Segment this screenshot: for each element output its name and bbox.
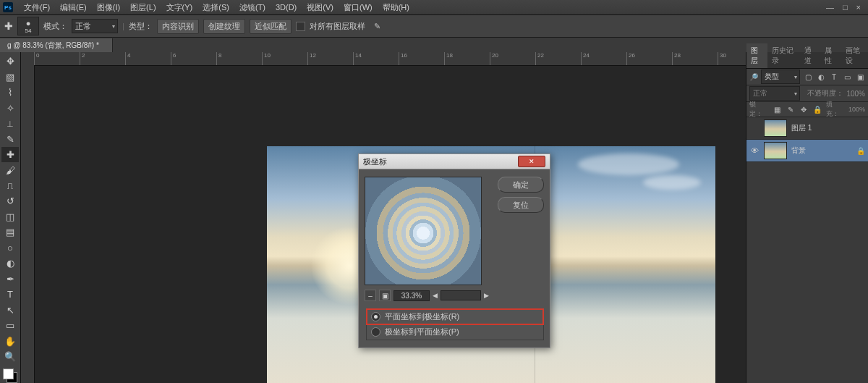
filter-kind-dropdown[interactable]: 类型 (761, 70, 800, 84)
hand-tool[interactable]: ✋ (1, 333, 19, 348)
dodge-tool[interactable]: ◐ (1, 256, 19, 271)
layer-row[interactable]: 👁 背景 🔒 (746, 140, 868, 162)
zoom-out-button[interactable]: – (365, 290, 376, 301)
eraser-tool[interactable]: ◫ (1, 209, 19, 224)
menu-view[interactable]: 视图(V) (302, 2, 339, 13)
lasso-tool[interactable]: ⌇ (1, 85, 19, 100)
maximize-icon[interactable]: □ (843, 3, 848, 12)
color-swatch[interactable] (3, 369, 17, 383)
radio-rect-to-polar[interactable]: 平面坐标到极坐标(R) (367, 309, 543, 324)
canvas-area: 0 2 4 6 8 10 12 14 16 18 20 22 24 26 28 … (21, 52, 746, 383)
radio-icon (371, 327, 380, 337)
ruler-vertical[interactable] (21, 65, 35, 383)
brush-tool[interactable]: 🖌 (1, 162, 19, 177)
minimize-icon[interactable]: — (826, 3, 834, 12)
menu-type[interactable]: 文字(Y) (161, 2, 198, 13)
type-content-aware[interactable]: 内容识别 (157, 19, 199, 34)
menu-window[interactable]: 窗口(W) (339, 2, 378, 13)
zoom-fit-button[interactable]: ▣ (379, 290, 391, 301)
sample-all-label: 对所有图层取样 (310, 21, 365, 32)
lock-pixels-icon[interactable]: ▦ (772, 104, 782, 114)
polar-coordinates-dialog: 极坐标 ✕ – ▣ 33.3% ◀ ▶ (358, 153, 550, 348)
mode-dropdown[interactable]: 正常 (72, 19, 118, 33)
opacity-value[interactable]: 100% (846, 90, 865, 98)
brush-preset[interactable]: ● 54 (17, 17, 39, 35)
panel-tab-channels[interactable]: 通道 (800, 43, 821, 68)
history-brush-tool[interactable]: ↺ (1, 193, 19, 209)
pressure-icon[interactable]: ✎ (374, 22, 380, 31)
filter-image-icon[interactable]: ▢ (803, 72, 813, 82)
zoom-prev-icon[interactable]: ◀ (433, 292, 438, 299)
layer-thumbnail[interactable] (764, 119, 787, 137)
dialog-close-button[interactable]: ✕ (518, 156, 545, 167)
filter-type-icon[interactable]: T (829, 72, 839, 82)
dialog-preview[interactable] (365, 177, 482, 285)
lock-row: 锁定： ▦ ✎ ✥ 🔒 填充： 100% (746, 102, 868, 117)
bandage-icon[interactable]: ✚ (4, 20, 13, 32)
mode-label: 模式： (43, 21, 67, 32)
crop-tool[interactable]: ⟂ (1, 116, 19, 131)
filter-adjust-icon[interactable]: ◐ (816, 72, 826, 82)
gradient-tool[interactable]: ▤ (1, 224, 19, 240)
close-window-icon[interactable]: × (856, 3, 861, 12)
panel-tabs: 图层 历史记录 通道 属性 画笔设 (746, 52, 868, 69)
layer-row[interactable]: 图层 1 (746, 117, 868, 140)
type-create-texture[interactable]: 创建纹理 (203, 19, 245, 34)
menu-bar: Ps 文件(F) 编辑(E) 图像(I) 图层(L) 文字(Y) 选择(S) 滤… (0, 0, 868, 15)
menu-filter[interactable]: 滤镜(T) (234, 2, 271, 13)
sample-all-checkbox[interactable] (296, 22, 305, 31)
fill-value[interactable]: 100% (848, 106, 865, 113)
filter-shape-icon[interactable]: ▭ (842, 72, 852, 82)
pen-tool[interactable]: ✒ (1, 272, 19, 287)
lock-position-icon[interactable]: ✥ (799, 104, 809, 114)
layer-thumbnail[interactable] (764, 142, 787, 159)
dialog-reset-button[interactable]: 复位 (498, 197, 544, 213)
shape-tool[interactable]: ▭ (1, 318, 19, 333)
panel-tab-layers[interactable]: 图层 (746, 43, 767, 68)
tool-panel: ✥ ▧ ⌇ ✧ ⟂ ✎ ✚ 🖌 ⎍ ↺ ◫ ▤ ○ ◐ ✒ T ↖ ▭ ✋ 🔍 (0, 52, 21, 383)
opacity-label: 不透明度： (807, 88, 843, 98)
zoom-tool[interactable]: 🔍 (1, 349, 19, 364)
menu-help[interactable]: 帮助(H) (378, 2, 414, 13)
foreground-color[interactable] (3, 369, 14, 379)
layer-name[interactable]: 图层 1 (791, 123, 812, 133)
panel-tab-history[interactable]: 历史记录 (767, 43, 800, 68)
lock-brush-icon[interactable]: ✎ (786, 104, 796, 114)
marquee-tool[interactable]: ▧ (1, 69, 19, 84)
dialog-title: 极坐标 (363, 156, 387, 167)
lock-label: 锁定： (749, 100, 768, 119)
menu-layer[interactable]: 图层(L) (125, 2, 161, 13)
radio-polar-to-rect[interactable]: 极坐标到平面坐标(P) (367, 324, 543, 340)
search-icon[interactable]: 🔎 (749, 73, 758, 81)
move-tool[interactable]: ✥ (1, 54, 19, 69)
menu-3d[interactable]: 3D(D) (271, 3, 302, 12)
layer-filter-row: 🔎 类型 ▢ ◐ T ▭ ▣ (746, 69, 868, 85)
blend-mode-dropdown[interactable]: 正常 (749, 86, 800, 101)
zoom-slider[interactable] (441, 290, 481, 300)
stamp-tool[interactable]: ⎍ (1, 178, 19, 193)
blur-tool[interactable]: ○ (1, 240, 19, 256)
type-proximity[interactable]: 近似匹配 (250, 19, 292, 34)
lock-icon: 🔒 (856, 147, 865, 155)
type-tool[interactable]: T (1, 287, 19, 302)
menu-file[interactable]: 文件(F) (19, 2, 55, 13)
wand-tool[interactable]: ✧ (1, 100, 19, 115)
menu-select[interactable]: 选择(S) (197, 2, 234, 13)
dialog-ok-button[interactable]: 确定 (498, 177, 544, 193)
menu-edit[interactable]: 编辑(E) (55, 2, 92, 13)
filter-smart-icon[interactable]: ▣ (855, 72, 865, 82)
layer-name[interactable]: 背景 (791, 146, 806, 156)
dialog-titlebar[interactable]: 极坐标 ✕ (359, 154, 550, 169)
lock-all-icon[interactable]: 🔒 (812, 104, 822, 114)
visibility-toggle[interactable]: 👁 (749, 146, 760, 155)
panel-tab-properties[interactable]: 属性 (820, 43, 841, 68)
ruler-horizontal[interactable]: 0 2 4 6 8 10 12 14 16 18 20 22 24 26 28 … (34, 52, 746, 66)
eyedropper-tool[interactable]: ✎ (1, 131, 19, 146)
zoom-next-icon[interactable]: ▶ (484, 292, 489, 299)
healing-tool[interactable]: ✚ (1, 147, 19, 162)
menu-image[interactable]: 图像(I) (92, 2, 125, 13)
path-tool[interactable]: ↖ (1, 303, 19, 318)
panel-tab-brush[interactable]: 画笔设 (841, 43, 868, 68)
document-tab[interactable]: g @ 83.3% (背景, RGB/8#) * (0, 38, 113, 53)
zoom-field[interactable]: 33.3% (393, 290, 430, 301)
